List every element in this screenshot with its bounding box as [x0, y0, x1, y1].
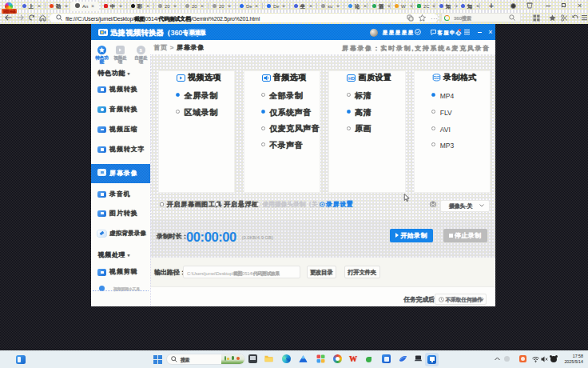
svg-text:HD: HD: [348, 75, 355, 80]
